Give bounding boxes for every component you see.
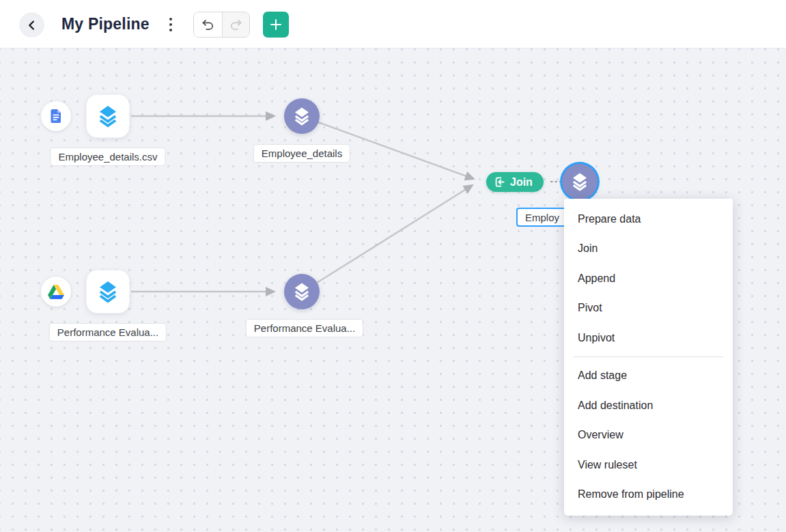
join-icon [494, 176, 505, 188]
menu-item-pivot[interactable]: Pivot [564, 294, 733, 324]
kebab-menu-icon [164, 16, 178, 33]
stage-node-selected[interactable] [562, 164, 598, 199]
node-label[interactable]: Employee_details.csv [50, 148, 165, 166]
menu-item-add-stage[interactable]: Add stage [564, 361, 733, 391]
dataset-stack-icon [96, 104, 120, 128]
dataset-node-performance-evaluation[interactable] [86, 270, 130, 313]
menu-item-join[interactable]: Join [564, 234, 733, 264]
undo-button[interactable] [194, 12, 222, 37]
node-context-menu: Prepare data Join Append Pivot Unpivot A… [564, 199, 733, 516]
add-button[interactable] [263, 12, 289, 38]
redo-button[interactable] [222, 12, 250, 37]
node-label[interactable]: Performance Evalua... [246, 319, 363, 337]
source-type-badge [41, 277, 71, 307]
menu-divider [574, 356, 723, 357]
menu-item-append[interactable]: Append [564, 264, 733, 294]
menu-item-add-destination[interactable]: Add destination [564, 391, 733, 421]
document-icon [48, 108, 64, 124]
menu-item-remove-from-pipeline[interactable]: Remove from pipeline [564, 480, 733, 510]
menu-item-prepare-data[interactable]: Prepare data [564, 204, 733, 234]
join-node-label: Join [510, 176, 533, 188]
menu-item-unpivot[interactable]: Unpivot [564, 323, 733, 353]
pipeline-canvas[interactable]: Employee_details.csv Employee_details [0, 48, 786, 532]
plus-icon [269, 18, 283, 31]
join-node[interactable]: Join [486, 172, 544, 192]
stage-stack-icon [292, 281, 312, 302]
chevron-left-icon [25, 18, 40, 33]
stage-node-performance-evaluation[interactable] [284, 274, 320, 309]
node-label[interactable]: Employee_details [253, 144, 350, 163]
toolbar: My Pipeline [0, 0, 786, 48]
more-options-button[interactable] [163, 12, 179, 38]
page-title: My Pipeline [61, 15, 150, 33]
menu-item-overview[interactable]: Overview [564, 421, 733, 451]
google-drive-icon [48, 285, 64, 299]
stage-stack-icon [292, 106, 312, 126]
undo-redo-group [193, 12, 250, 38]
dataset-node-employee-details-csv[interactable] [86, 94, 130, 138]
back-button[interactable] [19, 12, 44, 38]
node-label[interactable]: Performance Evalua... [49, 323, 167, 341]
dataset-stack-icon [96, 279, 120, 304]
stage-stack-icon [570, 171, 590, 192]
source-type-badge [41, 101, 71, 131]
stage-node-employee-details[interactable] [284, 98, 320, 134]
redo-icon [229, 18, 243, 32]
menu-item-view-ruleset[interactable]: View ruleset [564, 450, 733, 480]
undo-icon [201, 18, 215, 32]
